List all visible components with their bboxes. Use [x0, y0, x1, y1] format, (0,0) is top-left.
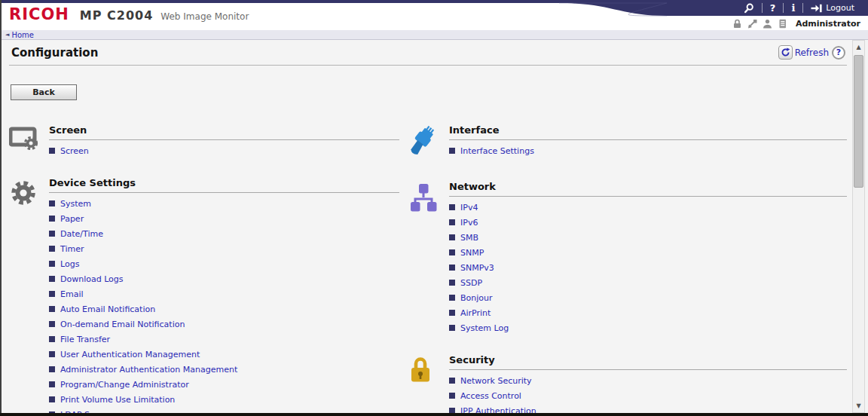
section-body: InterfaceInterface Settings [449, 124, 847, 162]
config-link-item[interactable]: LDAP Server [49, 407, 399, 413]
help-icon: ? [770, 2, 776, 14]
app-title: Web Image Monitor [160, 11, 249, 22]
browser-window: RICOH MP C2004 Web Image Monitor ? i [0, 0, 868, 416]
bullet-square-icon [49, 200, 55, 206]
config-link-item[interactable]: Timer [49, 241, 399, 256]
config-link-item[interactable]: Paper [49, 211, 399, 226]
help-button[interactable]: ? [763, 1, 784, 16]
status-row: Administrator [732, 18, 860, 29]
config-link-item[interactable]: Email [49, 286, 399, 301]
config-link-item[interactable]: IPP Authentication [449, 403, 847, 413]
section-title: Device Settings [49, 177, 399, 193]
config-link[interactable]: User Authentication Management [60, 350, 200, 359]
config-link[interactable]: Email [60, 289, 84, 299]
scrollbar-up-arrow-icon[interactable]: ▲ [853, 41, 864, 53]
bullet-square-icon [49, 276, 55, 282]
scrollbar-thumb[interactable] [854, 55, 863, 188]
config-link[interactable]: Administrator Authentication Management [60, 365, 237, 375]
page-help-button[interactable]: ? [832, 46, 845, 60]
home-link[interactable]: Home [11, 31, 34, 39]
config-link-item[interactable]: Screen [49, 143, 399, 158]
vertical-scrollbar[interactable]: ▲ ▼ [852, 40, 865, 413]
config-link[interactable]: AirPrint [460, 308, 491, 318]
config-link[interactable]: Program/Change Administrator [60, 380, 189, 390]
right-column: InterfaceInterface SettingsNetworkIPv4IP… [409, 124, 847, 413]
bullet-square-icon [449, 310, 455, 316]
config-link[interactable]: IPv4 [460, 203, 478, 213]
config-link-item[interactable]: SNMP [449, 245, 847, 260]
section-links: Network SecurityAccess ControlIPP Authen… [449, 370, 847, 413]
config-link[interactable]: Auto Email Notification [60, 304, 155, 314]
config-link[interactable]: Download Logs [60, 274, 124, 284]
config-link[interactable]: Network Security [460, 376, 532, 386]
config-link[interactable]: Paper [60, 214, 84, 224]
config-link-item[interactable]: User Authentication Management [49, 347, 399, 362]
user-status-icon [763, 19, 772, 29]
refresh-button[interactable]: Refresh [778, 45, 829, 60]
logout-label: Logout [826, 3, 854, 13]
config-link[interactable]: Screen [60, 146, 89, 156]
config-link-item[interactable]: Network Security [449, 373, 847, 388]
section-body: ScreenScreen [49, 124, 399, 158]
config-link[interactable]: SNMP [460, 248, 484, 258]
bullet-square-icon [449, 265, 455, 271]
bullet-square-icon [49, 291, 55, 297]
bullet-square-icon [49, 321, 55, 327]
logout-icon [811, 4, 822, 13]
config-link[interactable]: On-demand Email Notification [60, 320, 185, 329]
bullet-square-icon [449, 295, 455, 301]
section-body: SecurityNetwork SecurityAccess ControlIP… [449, 354, 847, 413]
logout-button[interactable]: Logout [803, 1, 862, 16]
config-link-item[interactable]: Access Control [449, 388, 847, 403]
config-link-item[interactable]: Auto Email Notification [49, 301, 399, 317]
config-link[interactable]: System [60, 199, 91, 209]
config-link-item[interactable]: Date/Time [49, 226, 399, 241]
bullet-square-icon [49, 366, 55, 372]
config-link-item[interactable]: Program/Change Administrator [49, 377, 399, 392]
scrollbar-down-arrow-icon[interactable]: ▼ [853, 400, 864, 411]
config-link[interactable]: Print Volume Use Limitation [60, 395, 175, 405]
config-link-item[interactable]: SMB [449, 230, 847, 245]
back-button[interactable]: Back [11, 84, 77, 100]
window-bottom-edge [0, 413, 868, 416]
config-link-item[interactable]: Logs [49, 256, 399, 271]
config-link[interactable]: Interface Settings [460, 146, 534, 156]
config-link[interactable]: SNMPv3 [460, 263, 494, 273]
config-link[interactable]: System Log [460, 323, 509, 333]
config-link[interactable]: File Transfer [60, 335, 110, 344]
config-link[interactable]: Logs [60, 259, 79, 269]
config-link-item[interactable]: File Transfer [49, 332, 399, 347]
config-link[interactable]: Timer [60, 244, 84, 254]
config-link[interactable]: Access Control [460, 391, 521, 401]
config-link[interactable]: IPP Authentication [460, 406, 536, 414]
config-link-item[interactable]: Bonjour [449, 290, 847, 305]
section-interface: InterfaceInterface Settings [409, 124, 847, 162]
config-link-item[interactable]: SNMPv3 [449, 260, 847, 275]
config-link-item[interactable]: SSDP [449, 275, 847, 290]
config-link-item[interactable]: System [49, 196, 399, 211]
section-title: Screen [49, 124, 399, 140]
config-link[interactable]: Date/Time [60, 229, 103, 239]
breadcrumb-back-icon: ◄ [5, 32, 9, 38]
config-link-item[interactable]: AirPrint [449, 305, 847, 320]
config-link-item[interactable]: Download Logs [49, 271, 399, 286]
config-link-item[interactable]: Interface Settings [449, 143, 847, 158]
config-link-item[interactable]: System Log [449, 320, 847, 335]
bullet-square-icon [449, 325, 455, 331]
config-link[interactable]: IPv6 [460, 218, 478, 228]
config-link-item[interactable]: On-demand Email Notification [49, 317, 399, 332]
ricoh-logo: RICOH [9, 5, 69, 23]
ethernet-plug-icon [409, 124, 449, 162]
config-link[interactable]: Bonjour [460, 293, 493, 303]
info-button[interactable]: i [784, 1, 802, 16]
config-link[interactable]: SMB [460, 233, 478, 243]
section-body: Device SettingsSystemPaperDate/TimeTimer… [49, 177, 399, 413]
config-link-item[interactable]: Administrator Authentication Management [49, 362, 399, 377]
config-link-item[interactable]: Print Volume Use Limitation [49, 392, 399, 407]
bullet-square-icon [49, 381, 55, 387]
config-link[interactable]: SSDP [460, 278, 482, 288]
config-link-item[interactable]: IPv4 [449, 200, 847, 215]
search-button[interactable] [736, 1, 762, 16]
bullet-square-icon [449, 393, 455, 399]
config-link-item[interactable]: IPv6 [449, 215, 847, 230]
